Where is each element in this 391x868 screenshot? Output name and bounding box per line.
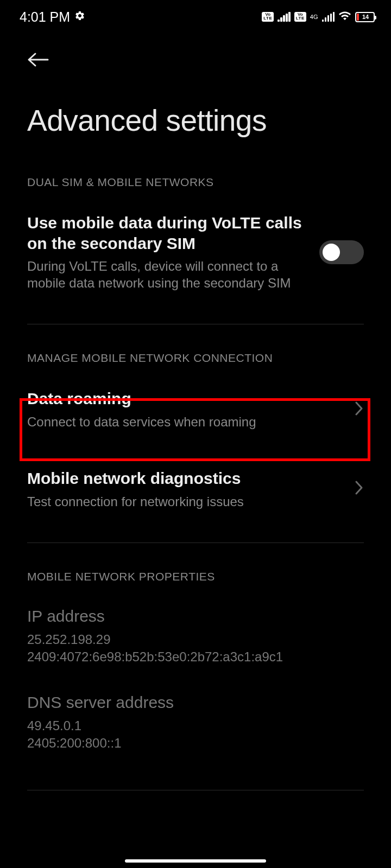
back-button[interactable]	[27, 49, 49, 71]
info-ip-address: IP address 25.252.198.29 2409:4072:6e98:…	[0, 596, 391, 682]
setting-title: Use mobile data during VoLTE calls on th…	[27, 213, 308, 253]
battery-icon: 14	[355, 12, 375, 22]
section-header-manage-connection: MANAGE MOBILE NETWORK CONNECTION	[0, 324, 391, 378]
network-type-label: 4G	[310, 14, 318, 20]
toggle-volte-secondary[interactable]	[319, 240, 364, 264]
chevron-right-icon	[354, 400, 364, 419]
home-indicator[interactable]	[125, 859, 266, 863]
gear-icon	[74, 10, 85, 23]
setting-subtitle: Test connection for networking issues	[27, 493, 343, 510]
info-title: DNS server address	[27, 693, 364, 712]
info-value-dns2: 2405:200:800::1	[27, 735, 364, 752]
setting-volte-secondary-sim[interactable]: Use mobile data during VoLTE calls on th…	[0, 202, 391, 302]
battery-percent: 14	[357, 14, 374, 20]
section-header-dual-sim: DUAL SIM & MOBILE NETWORKS	[0, 149, 391, 202]
section-header-network-properties: MOBILE NETWORK PROPERTIES	[0, 543, 391, 596]
volte-badge-2: VoLTE	[294, 12, 306, 22]
signal-bars-1	[278, 12, 291, 22]
info-value-ipv6: 2409:4072:6e98:b52b:53e0:2b72:a3c1:a9c1	[27, 648, 364, 666]
info-value-ipv4: 25.252.198.29	[27, 631, 364, 648]
status-left: 4:01 PM	[20, 9, 85, 25]
info-value-dns1: 49.45.0.1	[27, 717, 364, 735]
volte-badge-1: VoLTE	[262, 12, 274, 22]
signal-bars-2	[322, 12, 335, 22]
page-title: Advanced settings	[27, 103, 364, 138]
setting-title: Mobile network diagnostics	[27, 468, 343, 489]
status-time: 4:01 PM	[20, 9, 70, 25]
setting-subtitle: Connect to data services when roaming	[27, 413, 343, 430]
divider	[27, 790, 364, 790]
info-title: IP address	[27, 607, 364, 626]
setting-network-diagnostics[interactable]: Mobile network diagnostics Test connecti…	[0, 457, 391, 521]
status-right: VoLTE VoLTE 4G 14	[262, 9, 375, 24]
setting-subtitle: During VoLTE calls, device will connect …	[27, 258, 308, 291]
setting-data-roaming[interactable]: Data roaming Connect to data services wh…	[0, 378, 391, 441]
header: Advanced settings	[0, 33, 391, 149]
info-dns-address: DNS server address 49.45.0.1 2405:200:80…	[0, 682, 391, 769]
chevron-right-icon	[354, 480, 364, 498]
setting-title: Data roaming	[27, 388, 343, 409]
status-bar: 4:01 PM VoLTE VoLTE 4G 14	[0, 0, 391, 33]
wifi-icon	[338, 9, 351, 24]
